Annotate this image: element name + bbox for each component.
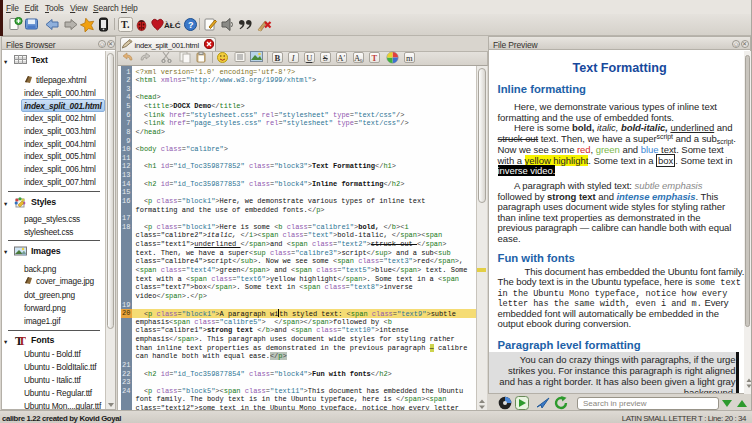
- svg-text:T.: T.: [121, 19, 130, 30]
- svg-text:ÀŁĆ: ÀŁĆ: [164, 21, 181, 30]
- svg-text:T: T: [18, 335, 26, 346]
- svg-text:?: ?: [188, 20, 194, 30]
